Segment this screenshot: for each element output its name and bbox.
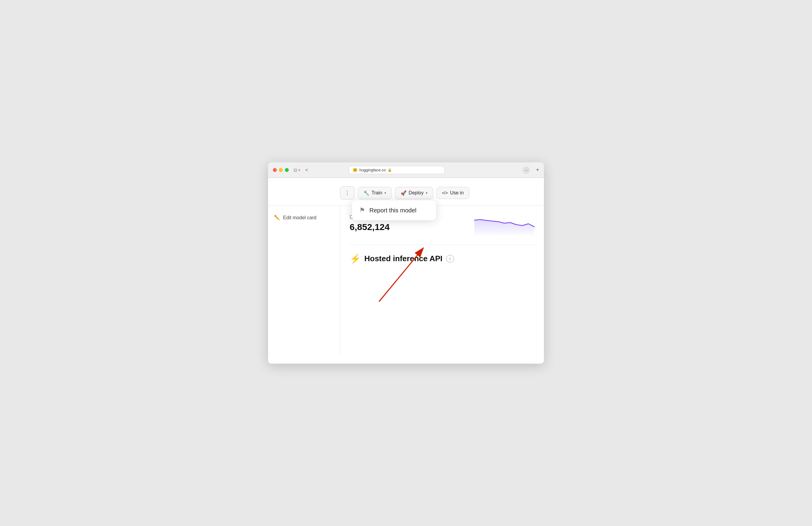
use-in-label: Use in: [450, 190, 464, 196]
edit-model-card-button[interactable]: ✏️ Edit model card: [268, 212, 340, 224]
info-icon-button[interactable]: i: [446, 255, 454, 263]
report-model-label: Report this model: [369, 207, 417, 214]
train-button[interactable]: 🔧 Train ▾: [358, 187, 392, 199]
inference-section: ⚡ Hosted inference API i: [350, 245, 534, 264]
deploy-label: Deploy: [409, 190, 424, 196]
lock-icon: 🔒: [388, 168, 392, 172]
sidebar: ✏️ Edit model card: [268, 206, 340, 356]
deploy-button[interactable]: 🚀 Deploy ▾: [395, 187, 433, 199]
back-button[interactable]: <: [305, 167, 308, 173]
maximize-button[interactable]: [285, 168, 289, 172]
downloads-count: 6,852,124: [350, 222, 400, 232]
close-button[interactable]: [273, 168, 277, 172]
more-options-button[interactable]: ⋮: [340, 186, 355, 199]
favicon: 🤗: [353, 168, 358, 172]
use-in-button[interactable]: </> Use in: [436, 187, 469, 199]
sidebar-toggle-chevron: ∨: [298, 168, 301, 172]
edit-model-card-label: Edit model card: [283, 215, 316, 221]
code-icon: </>: [442, 191, 448, 195]
browser-titlebar: ⊡ ∨ < 🤗 huggingface.co 🔒 ··· +: [268, 162, 544, 178]
traffic-lights: [273, 168, 289, 172]
info-symbol: i: [449, 256, 450, 261]
dropdown-menu: ⚑ Report this model: [352, 200, 436, 220]
browser-window: ⊡ ∨ < 🤗 huggingface.co 🔒 ··· + ⋮ 🔧 Train…: [268, 162, 544, 364]
inference-title: Hosted inference API: [364, 254, 443, 263]
deploy-chevron-icon: ▾: [426, 191, 427, 195]
minimize-button[interactable]: [279, 168, 283, 172]
main-area: ✏️ Edit model card: [268, 206, 544, 356]
flag-icon: ⚑: [359, 206, 365, 214]
pencil-icon: ✏️: [274, 215, 280, 221]
new-tab-button[interactable]: +: [536, 167, 539, 173]
more-dots-icon: ⋮: [345, 190, 350, 196]
train-chevron-icon: ▾: [385, 191, 386, 195]
url-text: huggingface.co: [359, 168, 386, 172]
report-model-item[interactable]: ⚑ Report this model: [354, 202, 434, 219]
content-right: Downloads last month 6,852,124: [340, 206, 544, 356]
address-bar[interactable]: 🤗 huggingface.co 🔒: [349, 166, 445, 174]
browser-more-button[interactable]: ···: [523, 167, 530, 174]
browser-actions: ···: [523, 167, 530, 174]
wrench-icon: 🔧: [363, 190, 369, 196]
train-label: Train: [372, 190, 382, 196]
rocket-icon: 🚀: [401, 190, 407, 196]
page-content: ⋮ 🔧 Train ▾ 🚀 Deploy ▾ </> Use in ⚑ Repo…: [268, 178, 544, 364]
sidebar-toggle-icon: ⊡: [293, 168, 297, 172]
lightning-icon: ⚡: [350, 253, 361, 264]
downloads-chart: [474, 214, 534, 236]
sidebar-toggle-button[interactable]: ⊡ ∨: [293, 168, 301, 172]
